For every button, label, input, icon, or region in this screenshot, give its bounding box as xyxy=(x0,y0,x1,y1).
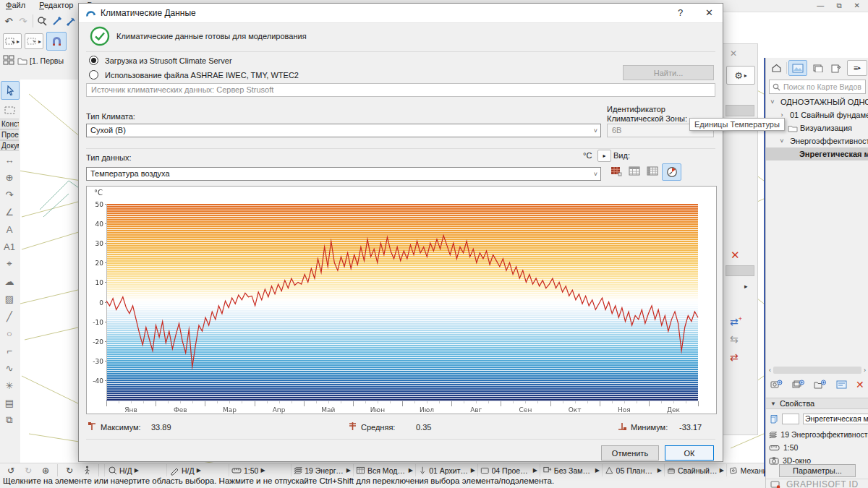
zone-stamp-tool-icon[interactable]: ⌖ xyxy=(0,255,19,273)
window-close-button[interactable]: ✕ xyxy=(849,1,865,9)
window-minimize-button[interactable]: — xyxy=(812,1,829,9)
fill-tool-icon[interactable]: ▨ xyxy=(0,290,19,307)
data-type-dropdown[interactable]: Температура воздуха ˅ xyxy=(86,167,601,181)
menu-edit[interactable]: Редактор xyxy=(33,0,79,10)
marquee-mode-dropdown[interactable]: ▸ xyxy=(25,33,43,49)
temperature-unit-button[interactable]: ▸ xyxy=(597,150,611,162)
layout-book-icon[interactable] xyxy=(809,61,826,75)
new-folder-icon[interactable] xyxy=(811,377,828,392)
level-dimension-tool-icon[interactable]: ⊕ xyxy=(0,168,19,186)
line-tool-icon[interactable]: ╱ xyxy=(0,307,19,325)
zoom-in-icon[interactable]: ⊕ xyxy=(38,463,54,478)
graphisoft-id-label[interactable]: GRAPHISOFT ID xyxy=(786,479,859,488)
label-tool-icon[interactable]: A1 xyxy=(0,238,19,255)
tab-first-floor[interactable]: [1. Первы xyxy=(17,56,64,65)
view-name-input[interactable]: Энрегетическая модел xyxy=(803,414,868,424)
spline-tool-icon[interactable]: ∿ xyxy=(0,359,19,377)
menu-file[interactable]: Файл xyxy=(0,0,31,10)
caret-icon[interactable]: ˅ xyxy=(778,137,786,145)
quick-option-floor-plan[interactable]: 05 Планир...▶ xyxy=(602,464,664,476)
split-dimension-icon[interactable]: ⇄ xyxy=(730,351,739,363)
tree-item-0[interactable]: ˅ОДНОЭТАЖНЫЙ ОДНОКЕ xyxy=(766,95,868,108)
new-view-icon[interactable] xyxy=(767,377,785,392)
circle-tool-icon[interactable]: ○ xyxy=(0,325,19,342)
caret-icon[interactable]: ˅ xyxy=(769,98,776,106)
find-button[interactable]: Найти... xyxy=(623,65,714,80)
pick-up-parameters-icon[interactable] xyxy=(49,14,64,28)
ok-button[interactable]: ОК xyxy=(665,445,714,461)
dialog-close-button[interactable]: ✕ xyxy=(705,7,713,18)
sidebar-hscrollbar[interactable]: ‹ › xyxy=(769,366,866,374)
polyline-tool-icon[interactable]: ⌐ xyxy=(0,342,19,359)
layer-value[interactable]: 19 Энергоэффективность xyxy=(780,430,868,439)
toolbox-section-0[interactable]: Констр xyxy=(0,119,19,129)
id-box[interactable] xyxy=(782,414,799,424)
parameters-button[interactable]: Параметры... xyxy=(779,464,856,477)
cancel-button[interactable]: Отменить xyxy=(601,445,659,461)
toolbox-section-1[interactable]: Проек xyxy=(0,129,19,140)
palette-close-icon[interactable]: ✕ xyxy=(730,48,737,59)
view-table-button[interactable] xyxy=(626,164,642,179)
go-forward-icon[interactable]: ↻ xyxy=(20,463,36,478)
dialog-help-button[interactable]: ? xyxy=(678,7,683,18)
dialog-title-bar[interactable]: Климатические Данные ? ✕ xyxy=(79,4,723,23)
quick-option-layer-combination[interactable]: 19 Энергоэ...▶ xyxy=(291,464,353,476)
view-table-red-button[interactable] xyxy=(608,164,624,179)
toolbox-section-2[interactable]: Докум xyxy=(0,140,19,151)
quick-option-dimension-standard[interactable]: 01 Архитек...▶ xyxy=(415,464,477,476)
climate-type-dropdown[interactable]: Сухой (B) ˅ xyxy=(86,124,601,137)
window-restore-button[interactable]: ⧉ xyxy=(831,1,846,10)
tree-item-4[interactable]: Энрегетическая мод xyxy=(766,147,868,160)
quick-option-quick-view[interactable]: Н/Д▶ xyxy=(104,464,166,476)
quick-option-favorites[interactable]: Свайный ф...▶ xyxy=(664,464,726,476)
palette-delete-icon[interactable]: ✕ xyxy=(731,249,740,262)
quick-option-override[interactable]: Без Замены▶ xyxy=(540,464,602,476)
quick-option-pen-set[interactable]: Н/Д▶ xyxy=(166,464,229,476)
clone-folder-icon[interactable] xyxy=(789,377,807,392)
quick-option-working-units[interactable]: 04 Проект ...▶ xyxy=(477,464,540,476)
tree-item-3[interactable]: ˅Энергоэффективность xyxy=(766,134,868,147)
angle-dimension-tool-icon[interactable]: ∠ xyxy=(0,203,19,221)
view-grid-button[interactable] xyxy=(644,164,660,179)
go-back-icon[interactable]: ↺ xyxy=(3,463,19,478)
quick-option-model-filter[interactable]: Вся Модель▶ xyxy=(353,464,415,476)
dim-dimension-icon[interactable]: ⇆ xyxy=(730,333,739,345)
orbit-icon[interactable]: ↻ xyxy=(61,463,77,478)
magnet-snap-button[interactable] xyxy=(46,32,67,51)
explore-walk-icon[interactable] xyxy=(79,463,95,478)
linear-dimension-tool-icon[interactable]: ↔ xyxy=(0,151,19,168)
properties-header[interactable]: ▼ Свойства xyxy=(766,398,868,409)
zoom-select-icon[interactable] xyxy=(35,14,50,28)
hotspot-tool-icon[interactable]: ✳ xyxy=(0,377,19,394)
view-map-icon[interactable] xyxy=(788,60,807,76)
scale-value[interactable]: 1:50 xyxy=(783,443,798,452)
radio-strusoft-server[interactable] xyxy=(89,56,98,65)
palette-expand-icon[interactable]: ▸ xyxy=(744,283,748,290)
navigator-menu-button[interactable]: ≡▸ xyxy=(847,60,867,76)
arc-dimension-tool-icon[interactable]: ↷ xyxy=(0,186,19,203)
quick-layout-icon[interactable] xyxy=(3,55,14,67)
publisher-icon[interactable] xyxy=(827,61,845,75)
marquee-tool-button[interactable] xyxy=(0,101,19,119)
selection-mode-dropdown[interactable]: ▸ xyxy=(3,33,22,49)
flyout-arrow-icon: ▶ xyxy=(260,467,265,474)
add-dimension-icon[interactable]: ⇄+ xyxy=(730,315,742,328)
view-chart-button[interactable] xyxy=(662,163,681,181)
settings-card-icon[interactable] xyxy=(833,377,850,392)
quick-option-scale[interactable]: 1:50▶ xyxy=(229,464,291,476)
inject-parameters-icon[interactable] xyxy=(64,14,78,28)
redo-icon[interactable]: ↷ xyxy=(16,14,30,28)
text-tool-icon[interactable]: A xyxy=(0,221,19,238)
undo-icon[interactable]: ↶ xyxy=(1,14,16,28)
drawing-tool-icon[interactable]: ⧉ xyxy=(0,411,19,429)
arrow-tool-button[interactable] xyxy=(1,81,20,100)
temperature-units-tooltip: Единицы Температуры xyxy=(689,118,785,131)
palette-settings-button[interactable]: ⚙ ▸ xyxy=(726,66,755,85)
figure-tool-icon[interactable]: ▤ xyxy=(0,394,19,411)
view-map-search[interactable]: Поиск по Карте Видов xyxy=(769,80,866,94)
project-chooser-icon[interactable] xyxy=(767,61,785,75)
delete-view-icon[interactable]: ✕ xyxy=(856,379,864,390)
toolbox: КонстрПроекДокум ↔⊕↷∠AA1⌖☁▨╱○⌐∿✳▤⧉ xyxy=(0,80,20,476)
mesh-tool-icon[interactable]: ☁ xyxy=(0,273,19,290)
radio-ashrae-file[interactable] xyxy=(89,70,98,80)
